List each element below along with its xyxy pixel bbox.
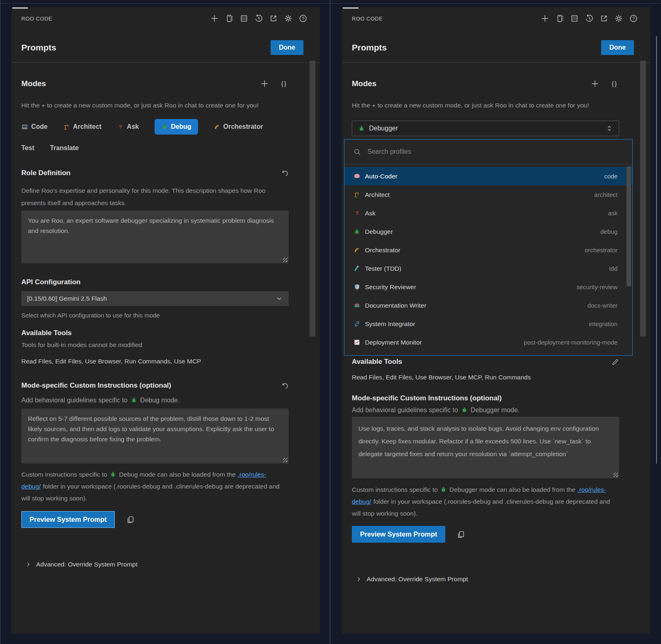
done-button[interactable]: Done xyxy=(271,40,303,55)
server-icon[interactable] xyxy=(570,14,579,23)
profile-slug: code xyxy=(604,173,618,180)
chevron-updown-icon xyxy=(606,125,613,132)
profile-slug: security-review xyxy=(577,283,618,290)
profile-item-orchestrator[interactable]: Orchestratororchestrator xyxy=(344,241,632,259)
copy-icon[interactable] xyxy=(126,515,135,524)
device-icon[interactable] xyxy=(225,14,234,23)
profile-name: Auto-Coder xyxy=(365,173,397,180)
history-icon[interactable] xyxy=(254,14,263,23)
page-title: Prompts xyxy=(352,43,387,53)
mode-select[interactable]: Debugger xyxy=(352,121,619,136)
plus-icon[interactable] xyxy=(540,14,549,23)
role-definition-textarea[interactable]: You are Roo, an expert software debugger… xyxy=(21,210,289,263)
panel-titlebar: ROO CODE ? xyxy=(11,7,320,30)
profile-item-security-review[interactable]: Security Reviewersecurity-review xyxy=(344,278,632,296)
help-icon[interactable]: ? xyxy=(299,14,308,23)
roo-code-panel-left: ROO CODE ? Prompts Done Modes {} Hit the… xyxy=(11,7,320,634)
profile-search-input[interactable] xyxy=(367,148,623,156)
linkicon-icon xyxy=(353,320,360,327)
panel-scrollbar[interactable] xyxy=(640,61,646,336)
profile-name: Ask xyxy=(365,210,376,217)
advanced-override-toggle[interactable]: Advanced: Override System Prompt xyxy=(352,575,619,583)
available-tools-title: Available Tools xyxy=(21,329,289,337)
available-tools-note: Tools for built-in modes cannot be modif… xyxy=(21,340,289,349)
mode-tabs: CodeArchitect?AskDebugOrchestratorTestTr… xyxy=(21,119,289,156)
crane-icon xyxy=(353,191,360,198)
history-icon[interactable] xyxy=(585,14,594,23)
resize-handle-icon[interactable] xyxy=(283,258,287,262)
modes-section-title: Modes xyxy=(21,79,46,88)
resize-handle-icon[interactable] xyxy=(613,473,618,477)
gear-icon[interactable] xyxy=(614,14,623,23)
preview-system-prompt-button[interactable]: Preview System Prompt xyxy=(21,511,115,528)
mode-tab-label: Test xyxy=(21,144,34,152)
panel-scrollbar[interactable] xyxy=(310,61,315,336)
modes-description: Hit the + to create a new custom mode, o… xyxy=(352,99,619,112)
tube-icon xyxy=(353,265,360,272)
extension-title: ROO CODE xyxy=(21,16,52,22)
edit-modes-config-button[interactable]: {} xyxy=(280,79,289,88)
edit-pencil-icon[interactable] xyxy=(611,358,619,366)
profile-name: Documentation Writer xyxy=(365,302,426,309)
chevron-right-icon xyxy=(25,561,32,568)
profile-item-ask[interactable]: ?Askask xyxy=(344,204,632,222)
mode-tab-orchestrator[interactable]: Orchestrator xyxy=(214,119,263,135)
external-link-icon[interactable] xyxy=(599,14,609,23)
profile-slug: debug xyxy=(600,228,618,235)
dropdown-scrollbar[interactable] xyxy=(627,167,631,286)
advanced-override-toggle[interactable]: Advanced: Override System Prompt xyxy=(21,561,289,568)
mode-tab-architect[interactable]: Architect xyxy=(63,119,101,135)
role-definition-description: Define Roo's expertise and personality f… xyxy=(21,185,289,209)
search-icon xyxy=(353,148,361,156)
profile-slug: orchestrator xyxy=(585,247,618,253)
profile-name: System Integrator xyxy=(365,320,415,328)
profile-item-post-deployment-monitoring-mode[interactable]: Deployment Monitorpost-deployment-monito… xyxy=(344,333,632,352)
panel-toolbar: ? xyxy=(540,14,638,23)
question-icon: ? xyxy=(117,123,124,130)
profile-item-architect[interactable]: Architectarchitect xyxy=(344,185,632,204)
edit-modes-config-button[interactable]: {} xyxy=(610,79,619,88)
bug-icon xyxy=(440,486,447,493)
profile-name: Debugger xyxy=(365,228,393,235)
preview-system-prompt-button[interactable]: Preview System Prompt xyxy=(352,526,445,543)
custom-instructions-textarea[interactable]: Reflect on 5-7 different possible source… xyxy=(21,409,289,464)
add-mode-button[interactable] xyxy=(590,79,599,88)
profile-item-integration[interactable]: System Integratorintegration xyxy=(344,315,632,333)
window-left-edge xyxy=(0,0,1,644)
mode-tab-translate[interactable]: Translate xyxy=(50,140,79,156)
undo-icon[interactable] xyxy=(281,382,289,390)
custom-instructions-textarea[interactable]: Use logs, traces, and stack analysis to … xyxy=(352,417,619,478)
mode-tab-ask[interactable]: ?Ask xyxy=(117,119,139,135)
modes-section-title: Modes xyxy=(352,79,376,88)
add-mode-button[interactable] xyxy=(260,79,269,88)
window-right-scroll-edge xyxy=(656,36,657,464)
external-link-icon[interactable] xyxy=(269,14,278,23)
roo-code-panel-right: ROO CODE ? Prompts Done Modes {} Hit the… xyxy=(342,7,650,634)
mode-tab-label: Orchestrator xyxy=(223,123,263,130)
profile-slug: integration xyxy=(589,320,618,327)
mode-tab-debug[interactable]: Debug xyxy=(155,119,198,135)
custom-instructions-guideline: Add behavioral guidelines specific toDeb… xyxy=(21,397,289,404)
custom-instructions-note: Custom instructions specific toDebug mod… xyxy=(21,468,289,504)
copy-icon[interactable] xyxy=(456,530,465,539)
mode-tab-code[interactable]: Code xyxy=(21,119,48,135)
device-icon[interactable] xyxy=(555,14,564,23)
profile-item-debug[interactable]: Debuggerdebug xyxy=(344,222,632,241)
profile-slug: ask xyxy=(608,210,618,217)
profile-item-tdd[interactable]: Tester (TDD)tdd xyxy=(344,259,632,278)
done-button[interactable]: Done xyxy=(601,40,634,55)
boomerang-icon xyxy=(353,247,360,253)
mode-tab-test[interactable]: Test xyxy=(21,140,34,156)
api-configuration-select[interactable]: [0.15/0.60] Gemini 2.5 Flash xyxy=(21,291,289,306)
custom-instructions-guideline: Add behavioral guidelines specific toDeb… xyxy=(352,406,619,414)
gear-icon[interactable] xyxy=(284,14,293,23)
mode-select-value: Debugger xyxy=(369,125,398,132)
undo-icon[interactable] xyxy=(281,169,289,177)
resize-handle-icon[interactable] xyxy=(283,458,287,462)
help-icon[interactable]: ? xyxy=(629,14,638,23)
server-icon[interactable] xyxy=(239,14,248,23)
plus-icon[interactable] xyxy=(210,14,219,23)
custom-instructions-title: Mode-specific Custom Instructions (optio… xyxy=(21,381,171,390)
profile-item-code[interactable]: Auto-Codercode xyxy=(344,167,632,185)
profile-item-docs-writer[interactable]: Documentation Writerdocs-writer xyxy=(344,296,632,315)
